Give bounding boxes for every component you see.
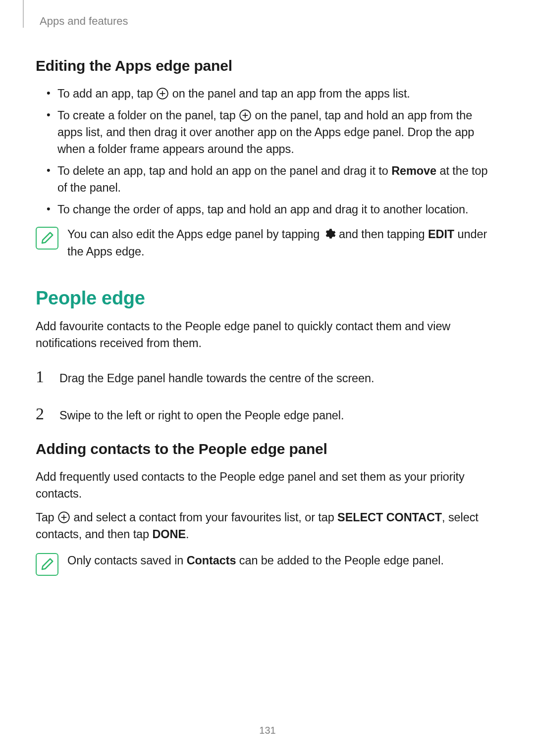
note-edit-via-settings: You can also edit the Apps edge panel by…	[36, 226, 499, 259]
bullet-list-editing: To add an app, tap on the panel and tap …	[36, 85, 499, 218]
note-contacts-only: Only contacts saved in Contacts can be a…	[36, 552, 499, 576]
text-bold-edit: EDIT	[428, 228, 454, 241]
adding-contacts-intro: Add frequently used contacts to the Peop…	[36, 468, 499, 502]
note-icon	[36, 227, 58, 250]
heading-people-edge: People edge	[36, 288, 499, 309]
bullet-create-folder: To create a folder on the panel, tap on …	[57, 107, 499, 157]
plus-circle-icon	[239, 109, 252, 122]
header-vertical-rule	[23, 0, 24, 28]
text-bold-select-contact: SELECT CONTACT	[337, 511, 442, 524]
text-bold-done: DONE	[152, 528, 186, 541]
people-edge-intro: Add favourite contacts to the People edg…	[36, 318, 499, 352]
page-number: 131	[0, 725, 535, 736]
step-2: 2 Swipe to the left or right to open the…	[36, 402, 499, 426]
text: and select a contact from your favourite…	[70, 511, 337, 524]
text: To change the order of apps, tap and hol…	[57, 203, 468, 216]
bullet-delete-app: To delete an app, tap and hold an app on…	[57, 162, 499, 196]
text: and then tapping	[336, 228, 428, 241]
plus-circle-icon	[156, 87, 169, 100]
note-text: Only contacts saved in Contacts can be a…	[67, 552, 499, 569]
gear-icon	[323, 228, 336, 241]
text: on the panel and tap an app from the app…	[169, 87, 410, 100]
step-number: 1	[36, 364, 50, 389]
step-number: 2	[36, 402, 50, 426]
breadcrumb: Apps and features	[40, 15, 499, 28]
text: To create a folder on the panel, tap	[57, 109, 239, 122]
text: You can also edit the Apps edge panel by…	[67, 228, 323, 241]
note-text: You can also edit the Apps edge panel by…	[67, 226, 499, 259]
note-icon	[36, 553, 58, 576]
text-bold-contacts: Contacts	[187, 554, 236, 567]
text: Tap	[36, 511, 57, 524]
text: can be added to the People edge panel.	[236, 554, 443, 567]
step-text: Drag the Edge panel handle towards the c…	[59, 370, 374, 387]
bullet-add-app: To add an app, tap on the panel and tap …	[57, 85, 499, 102]
bullet-reorder-apps: To change the order of apps, tap and hol…	[57, 201, 499, 218]
adding-contacts-instruction: Tap and select a contact from your favou…	[36, 509, 499, 543]
text: To delete an app, tap and hold an app on…	[57, 164, 391, 177]
plus-circle-icon	[57, 511, 70, 524]
heading-adding-contacts: Adding contacts to the People edge panel	[36, 441, 499, 457]
step-text: Swipe to the left or right to open the P…	[59, 407, 344, 424]
text: To add an app, tap	[57, 87, 156, 100]
step-1: 1 Drag the Edge panel handle towards the…	[36, 364, 499, 389]
heading-editing-apps-edge: Editing the Apps edge panel	[36, 57, 499, 74]
text-bold-remove: Remove	[391, 164, 436, 177]
text: .	[186, 528, 189, 541]
steps-list: 1 Drag the Edge panel handle towards the…	[36, 364, 499, 426]
text: Only contacts saved in	[67, 554, 187, 567]
